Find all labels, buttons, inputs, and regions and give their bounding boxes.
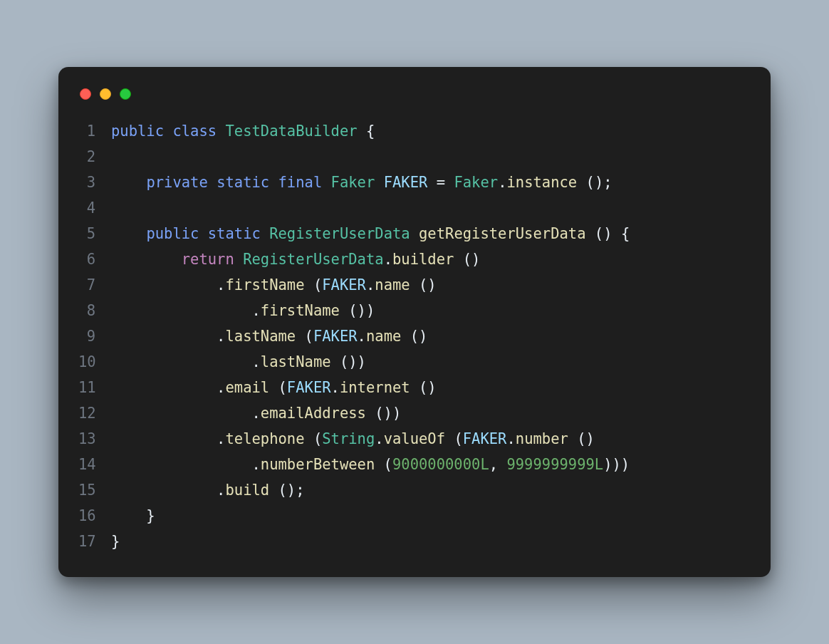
line-number: 10 (78, 349, 111, 375)
minimize-icon[interactable] (100, 88, 111, 100)
line-number: 13 (78, 426, 111, 452)
code-text: .lastName ()) (111, 349, 366, 375)
code-text: } (111, 503, 155, 529)
line-number: 1 (78, 118, 111, 144)
code-line: 7 .firstName (FAKER.name () (78, 272, 751, 298)
code-line: 17} (78, 529, 751, 554)
traffic-lights (78, 84, 751, 118)
code-window: 1public class TestDataBuilder {23 privat… (58, 67, 771, 577)
code-line: 8 .firstName ()) (78, 298, 751, 323)
code-line: 11 .email (FAKER.internet () (78, 375, 751, 400)
code-text: public static RegisterUserData getRegist… (111, 221, 630, 246)
code-line: 3 private static final Faker FAKER = Fak… (78, 170, 751, 195)
line-number: 2 (78, 144, 111, 170)
line-number: 4 (78, 195, 111, 221)
line-number: 9 (78, 323, 111, 349)
close-icon[interactable] (80, 88, 91, 100)
code-text: return RegisterUserData.builder () (111, 246, 480, 272)
code-text: public class TestDataBuilder { (111, 118, 375, 144)
code-line: 9 .lastName (FAKER.name () (78, 323, 751, 349)
code-text: .numberBetween (9000000000L, 9999999999L… (111, 452, 630, 477)
line-number: 17 (78, 529, 111, 554)
line-number: 15 (78, 477, 111, 503)
code-text: .lastName (FAKER.name () (111, 323, 427, 349)
code-line: 14 .numberBetween (9000000000L, 99999999… (78, 452, 751, 477)
code-text: .firstName ()) (111, 298, 375, 323)
code-line: 1public class TestDataBuilder { (78, 118, 751, 144)
code-line: 16 } (78, 503, 751, 529)
line-number: 7 (78, 272, 111, 298)
code-line: 6 return RegisterUserData.builder () (78, 246, 751, 272)
code-text: .firstName (FAKER.name () (111, 272, 437, 298)
line-number: 11 (78, 375, 111, 400)
code-text: private static final Faker FAKER = Faker… (111, 170, 612, 195)
code-text: .emailAddress ()) (111, 400, 401, 426)
line-number: 14 (78, 452, 111, 477)
line-number: 16 (78, 503, 111, 529)
maximize-icon[interactable] (120, 88, 131, 100)
code-line: 4 (78, 195, 751, 221)
line-number: 3 (78, 170, 111, 195)
code-line: 2 (78, 144, 751, 170)
code-text: .build (); (111, 477, 305, 503)
code-line: 15 .build (); (78, 477, 751, 503)
code-line: 12 .emailAddress ()) (78, 400, 751, 426)
code-block: 1public class TestDataBuilder {23 privat… (78, 118, 751, 554)
code-line: 5 public static RegisterUserData getRegi… (78, 221, 751, 246)
code-text: .telephone (String.valueOf (FAKER.number… (111, 426, 595, 452)
line-number: 5 (78, 221, 111, 246)
line-number: 12 (78, 400, 111, 426)
code-line: 10 .lastName ()) (78, 349, 751, 375)
line-number: 6 (78, 246, 111, 272)
code-line: 13 .telephone (String.valueOf (FAKER.num… (78, 426, 751, 452)
code-text: .email (FAKER.internet () (111, 375, 437, 400)
line-number: 8 (78, 298, 111, 323)
code-text: } (111, 529, 120, 554)
